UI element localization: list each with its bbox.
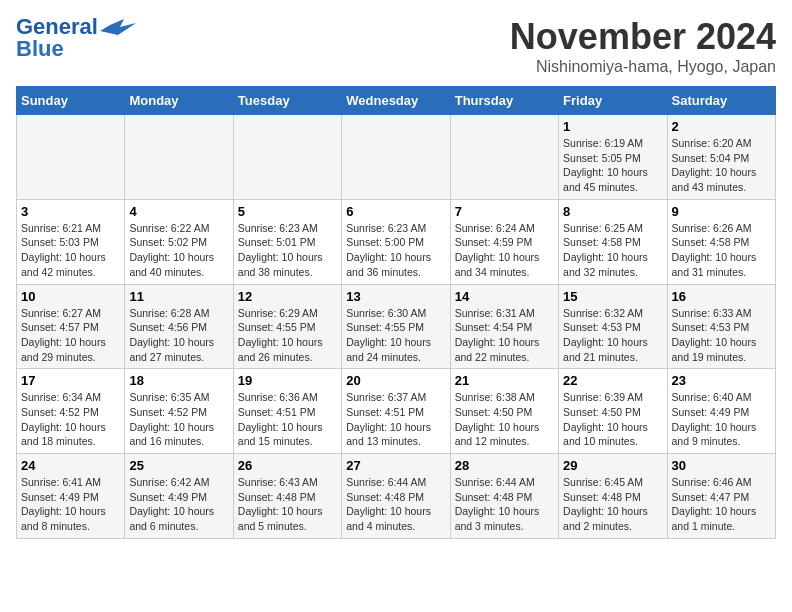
logo-bird-icon: [100, 17, 136, 37]
weekday-header-thursday: Thursday: [450, 87, 558, 115]
day-number: 21: [455, 373, 554, 388]
day-number: 13: [346, 289, 445, 304]
day-number: 15: [563, 289, 662, 304]
calendar-week-row: 10Sunrise: 6:27 AM Sunset: 4:57 PM Dayli…: [17, 284, 776, 369]
day-number: 27: [346, 458, 445, 473]
day-number: 6: [346, 204, 445, 219]
day-number: 2: [672, 119, 771, 134]
calendar-cell: 16Sunrise: 6:33 AM Sunset: 4:53 PM Dayli…: [667, 284, 775, 369]
day-number: 20: [346, 373, 445, 388]
calendar-week-row: 24Sunrise: 6:41 AM Sunset: 4:49 PM Dayli…: [17, 454, 776, 539]
svg-marker-0: [100, 19, 136, 35]
day-detail: Sunrise: 6:37 AM Sunset: 4:51 PM Dayligh…: [346, 390, 445, 449]
calendar-title: November 2024: [510, 16, 776, 58]
calendar-cell: [342, 115, 450, 200]
day-detail: Sunrise: 6:22 AM Sunset: 5:02 PM Dayligh…: [129, 221, 228, 280]
day-number: 1: [563, 119, 662, 134]
calendar-cell: 18Sunrise: 6:35 AM Sunset: 4:52 PM Dayli…: [125, 369, 233, 454]
day-detail: Sunrise: 6:35 AM Sunset: 4:52 PM Dayligh…: [129, 390, 228, 449]
calendar-cell: 1Sunrise: 6:19 AM Sunset: 5:05 PM Daylig…: [559, 115, 667, 200]
calendar-title-area: November 2024 Nishinomiya-hama, Hyogo, J…: [510, 16, 776, 76]
calendar-cell: 22Sunrise: 6:39 AM Sunset: 4:50 PM Dayli…: [559, 369, 667, 454]
day-number: 3: [21, 204, 120, 219]
day-number: 25: [129, 458, 228, 473]
calendar-cell: 2Sunrise: 6:20 AM Sunset: 5:04 PM Daylig…: [667, 115, 775, 200]
calendar-week-row: 17Sunrise: 6:34 AM Sunset: 4:52 PM Dayli…: [17, 369, 776, 454]
calendar-cell: [125, 115, 233, 200]
calendar-cell: 15Sunrise: 6:32 AM Sunset: 4:53 PM Dayli…: [559, 284, 667, 369]
day-detail: Sunrise: 6:39 AM Sunset: 4:50 PM Dayligh…: [563, 390, 662, 449]
weekday-header-sunday: Sunday: [17, 87, 125, 115]
day-number: 11: [129, 289, 228, 304]
calendar-subtitle: Nishinomiya-hama, Hyogo, Japan: [510, 58, 776, 76]
calendar-body: 1Sunrise: 6:19 AM Sunset: 5:05 PM Daylig…: [17, 115, 776, 539]
day-detail: Sunrise: 6:34 AM Sunset: 4:52 PM Dayligh…: [21, 390, 120, 449]
calendar-cell: 14Sunrise: 6:31 AM Sunset: 4:54 PM Dayli…: [450, 284, 558, 369]
day-number: 22: [563, 373, 662, 388]
calendar-cell: 4Sunrise: 6:22 AM Sunset: 5:02 PM Daylig…: [125, 199, 233, 284]
calendar-cell: 28Sunrise: 6:44 AM Sunset: 4:48 PM Dayli…: [450, 454, 558, 539]
day-detail: Sunrise: 6:23 AM Sunset: 5:01 PM Dayligh…: [238, 221, 337, 280]
day-detail: Sunrise: 6:38 AM Sunset: 4:50 PM Dayligh…: [455, 390, 554, 449]
weekday-header-monday: Monday: [125, 87, 233, 115]
day-detail: Sunrise: 6:43 AM Sunset: 4:48 PM Dayligh…: [238, 475, 337, 534]
page-header: General Blue November 2024 Nishinomiya-h…: [16, 16, 776, 76]
calendar-cell: 5Sunrise: 6:23 AM Sunset: 5:01 PM Daylig…: [233, 199, 341, 284]
calendar-header: SundayMondayTuesdayWednesdayThursdayFrid…: [17, 87, 776, 115]
day-detail: Sunrise: 6:21 AM Sunset: 5:03 PM Dayligh…: [21, 221, 120, 280]
day-number: 26: [238, 458, 337, 473]
day-detail: Sunrise: 6:33 AM Sunset: 4:53 PM Dayligh…: [672, 306, 771, 365]
day-number: 8: [563, 204, 662, 219]
day-detail: Sunrise: 6:45 AM Sunset: 4:48 PM Dayligh…: [563, 475, 662, 534]
calendar-cell: 21Sunrise: 6:38 AM Sunset: 4:50 PM Dayli…: [450, 369, 558, 454]
day-detail: Sunrise: 6:42 AM Sunset: 4:49 PM Dayligh…: [129, 475, 228, 534]
day-detail: Sunrise: 6:31 AM Sunset: 4:54 PM Dayligh…: [455, 306, 554, 365]
calendar-week-row: 1Sunrise: 6:19 AM Sunset: 5:05 PM Daylig…: [17, 115, 776, 200]
calendar-cell: [450, 115, 558, 200]
day-number: 14: [455, 289, 554, 304]
day-number: 28: [455, 458, 554, 473]
calendar-cell: 23Sunrise: 6:40 AM Sunset: 4:49 PM Dayli…: [667, 369, 775, 454]
logo-blue: Blue: [16, 38, 64, 60]
calendar-cell: 26Sunrise: 6:43 AM Sunset: 4:48 PM Dayli…: [233, 454, 341, 539]
calendar-cell: 7Sunrise: 6:24 AM Sunset: 4:59 PM Daylig…: [450, 199, 558, 284]
day-number: 16: [672, 289, 771, 304]
weekday-header-friday: Friday: [559, 87, 667, 115]
calendar-cell: 27Sunrise: 6:44 AM Sunset: 4:48 PM Dayli…: [342, 454, 450, 539]
day-number: 9: [672, 204, 771, 219]
calendar-cell: [233, 115, 341, 200]
day-detail: Sunrise: 6:19 AM Sunset: 5:05 PM Dayligh…: [563, 136, 662, 195]
day-detail: Sunrise: 6:26 AM Sunset: 4:58 PM Dayligh…: [672, 221, 771, 280]
day-detail: Sunrise: 6:44 AM Sunset: 4:48 PM Dayligh…: [455, 475, 554, 534]
day-number: 17: [21, 373, 120, 388]
day-detail: Sunrise: 6:24 AM Sunset: 4:59 PM Dayligh…: [455, 221, 554, 280]
day-number: 5: [238, 204, 337, 219]
logo: General Blue: [16, 16, 136, 60]
day-number: 12: [238, 289, 337, 304]
calendar-cell: 30Sunrise: 6:46 AM Sunset: 4:47 PM Dayli…: [667, 454, 775, 539]
day-detail: Sunrise: 6:32 AM Sunset: 4:53 PM Dayligh…: [563, 306, 662, 365]
calendar-cell: 17Sunrise: 6:34 AM Sunset: 4:52 PM Dayli…: [17, 369, 125, 454]
day-number: 29: [563, 458, 662, 473]
day-number: 10: [21, 289, 120, 304]
calendar-cell: 20Sunrise: 6:37 AM Sunset: 4:51 PM Dayli…: [342, 369, 450, 454]
calendar-cell: 29Sunrise: 6:45 AM Sunset: 4:48 PM Dayli…: [559, 454, 667, 539]
weekday-header-row: SundayMondayTuesdayWednesdayThursdayFrid…: [17, 87, 776, 115]
day-number: 18: [129, 373, 228, 388]
day-detail: Sunrise: 6:44 AM Sunset: 4:48 PM Dayligh…: [346, 475, 445, 534]
calendar-cell: 12Sunrise: 6:29 AM Sunset: 4:55 PM Dayli…: [233, 284, 341, 369]
day-detail: Sunrise: 6:25 AM Sunset: 4:58 PM Dayligh…: [563, 221, 662, 280]
day-number: 19: [238, 373, 337, 388]
day-number: 24: [21, 458, 120, 473]
day-number: 7: [455, 204, 554, 219]
calendar-cell: 6Sunrise: 6:23 AM Sunset: 5:00 PM Daylig…: [342, 199, 450, 284]
day-detail: Sunrise: 6:46 AM Sunset: 4:47 PM Dayligh…: [672, 475, 771, 534]
calendar-cell: 25Sunrise: 6:42 AM Sunset: 4:49 PM Dayli…: [125, 454, 233, 539]
day-detail: Sunrise: 6:27 AM Sunset: 4:57 PM Dayligh…: [21, 306, 120, 365]
calendar-cell: 11Sunrise: 6:28 AM Sunset: 4:56 PM Dayli…: [125, 284, 233, 369]
day-number: 4: [129, 204, 228, 219]
day-detail: Sunrise: 6:23 AM Sunset: 5:00 PM Dayligh…: [346, 221, 445, 280]
calendar-cell: [17, 115, 125, 200]
calendar-table: SundayMondayTuesdayWednesdayThursdayFrid…: [16, 86, 776, 539]
calendar-cell: 13Sunrise: 6:30 AM Sunset: 4:55 PM Dayli…: [342, 284, 450, 369]
